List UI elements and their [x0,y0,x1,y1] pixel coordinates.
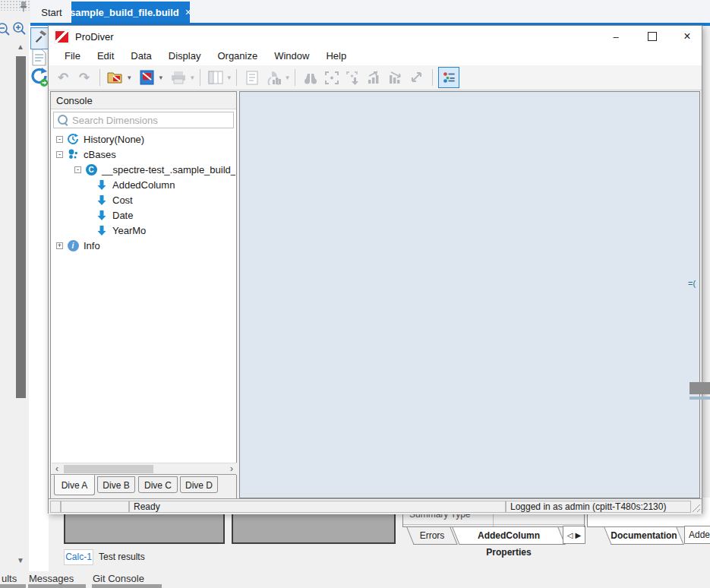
close-button[interactable]: × [674,27,700,46]
dive-workspace[interactable] [239,91,700,498]
cbases-icon [67,148,79,160]
expand-icon[interactable]: + [56,242,63,249]
report-view-button[interactable] [242,68,262,87]
window-title: ProDiver [75,31,114,43]
tab-scroll-right-icon[interactable]: ▶ [576,531,582,539]
focus-drill-button[interactable] [343,68,363,87]
tree-item-date[interactable]: Date [52,207,235,223]
toolbar-separator [295,69,295,86]
minimize-button[interactable]: – [603,27,629,46]
toolbar: ↶ ↷ ▾ ▾ ▾ ▾ ▾ [49,65,702,90]
hscroll-left-icon[interactable]: ‹ [52,464,62,474]
resize-grip-icon[interactable] [690,502,700,512]
output-tab-strip: ults Messages Git Console [0,571,710,588]
open-cbase-button[interactable] [137,68,157,87]
tree-item-cost[interactable]: Cost [52,192,235,207]
tree-item-label: Date [112,210,133,221]
tabular-view-button[interactable] [206,68,226,87]
tab-git-console[interactable]: Git Console [93,573,144,584]
tab-sample-build-file[interactable]: sample_build_file.build × [71,2,190,23]
search-icon [58,115,68,125]
tab-addedcolumn-properties[interactable]: AddedColumn Properties [456,527,562,545]
tab-errors[interactable]: Errors [410,527,454,545]
scroll-down-icon[interactable]: ▼ [17,556,24,565]
dive-tab-strip: Dive A Dive B Dive C Dive D [51,474,236,499]
tab-label: AddedC [689,530,710,540]
refresh-icon[interactable] [30,67,49,90]
left-scrollbar-thumb[interactable] [16,56,26,398]
maximize-icon [648,32,657,41]
search-box[interactable] [53,112,234,128]
console-legend-icon [442,71,456,84]
collapse-icon[interactable]: - [56,151,63,158]
hscroll-right-icon[interactable]: › [226,464,237,474]
tree-item-label: __spectre-test_.sample_build_fil [102,164,235,175]
print-button[interactable] [169,68,188,87]
menu-data[interactable]: Data [122,47,159,65]
menu-organize[interactable]: Organize [209,47,266,65]
tree-item-yearmo[interactable]: YearMo [52,223,235,238]
tab-scroll-buttons[interactable]: ◁ ▶ [563,526,585,544]
tab-dive-d[interactable]: Dive D [180,476,218,493]
menu-edit[interactable]: Edit [89,47,122,65]
tab-label: Errors [410,527,454,544]
tree-item-cbases[interactable]: - cBases [52,147,235,162]
menu-display[interactable]: Display [160,47,210,65]
cbase-book-icon [140,70,154,85]
tab-scroll-left-icon[interactable]: ◁ [567,531,573,539]
pin-icon[interactable] [19,1,28,14]
redo-button[interactable]: ↷ [74,68,94,87]
edge-scrollbar-thumb[interactable] [689,382,710,394]
tree-item-info[interactable]: + i Info [52,238,235,253]
collapse-icon[interactable]: - [74,166,81,173]
tab-results[interactable]: ults [2,573,17,584]
focus-button[interactable] [322,68,342,87]
console-hscrollbar[interactable]: ‹ › [52,463,237,475]
sort-up-button[interactable] [364,68,384,87]
tab-label: AddedColumn Properties [456,527,562,561]
report-icon[interactable] [32,49,46,68]
tab-messages[interactable]: Messages [29,573,74,584]
status-cell-empty [61,501,129,513]
search-input[interactable] [53,112,234,128]
view-dropdown-icon: ▾ [228,74,232,81]
tab-close-icon[interactable]: × [185,6,191,18]
zoom-in-icon[interactable] [11,21,28,40]
tab-addedc[interactable]: AddedC [684,526,710,544]
tree-item-addedcolumn[interactable]: AddedColumn [52,177,235,192]
sort-down-button[interactable] [386,68,405,87]
tab-underline [0,584,26,588]
tab-dive-c[interactable]: Dive C [138,476,178,493]
swap-axes-button[interactable] [407,68,427,87]
console-toggle-button[interactable] [438,67,459,88]
collapse-icon[interactable]: - [56,136,63,143]
tab-underline [28,584,86,588]
tab-dive-a[interactable]: Dive A [54,475,95,495]
maximize-button[interactable] [639,27,665,46]
tree-item-cbase[interactable]: - C __spectre-test_.sample_build_fil [52,162,235,177]
hscroll-thumb[interactable] [64,465,153,473]
chart-dropdown-icon: ▾ [286,74,289,81]
info-icon: i [67,239,79,251]
menu-file[interactable]: File [56,47,89,65]
tab-documentation[interactable]: Documentation [607,527,680,545]
undo-button[interactable]: ↶ [53,68,73,87]
menu-help[interactable]: Help [317,47,355,65]
open-dropdown-icon[interactable]: ▾ [128,74,131,81]
find-button[interactable] [301,68,320,87]
dimension-down-arrow-icon [96,224,108,236]
menu-window[interactable]: Window [266,47,317,65]
chart-down-icon [388,71,403,84]
history-icon [67,133,79,145]
tab-start[interactable]: Start [33,3,71,23]
open-dive-button[interactable] [106,68,125,87]
tab-dive-b[interactable]: Dive B [97,476,135,493]
calc-tab[interactable]: Calc-1 [64,549,93,565]
chart-view-button[interactable] [263,68,283,87]
console-header: Console [51,92,236,109]
prodiver-window: ProDiver – × File Edit Data Display Orga… [48,25,702,514]
scroll-up-icon[interactable]: ▲ [17,43,24,52]
cbase-dropdown-icon[interactable]: ▾ [159,74,163,81]
tree-item-history[interactable]: - History(None) [52,131,235,147]
title-bar[interactable]: ProDiver – × [49,26,702,47]
